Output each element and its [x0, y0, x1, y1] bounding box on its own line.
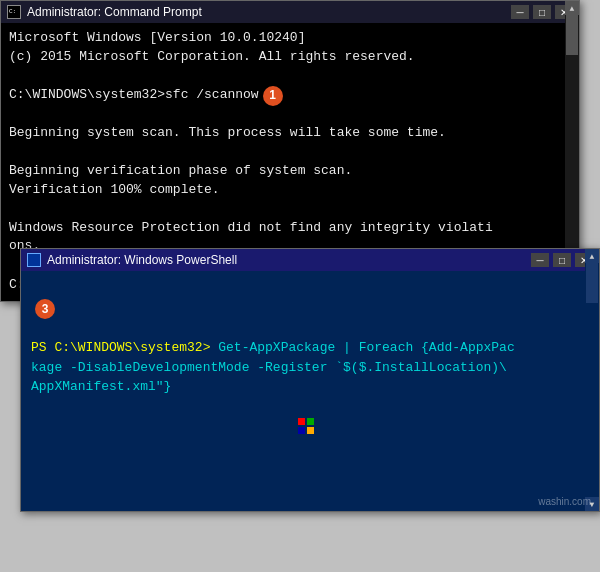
cmd-line-6: Beginning system scan. This process will… — [9, 124, 561, 143]
ps-command-line3: AppXManifest.xml"} — [31, 377, 581, 397]
windows-icon — [298, 418, 314, 434]
cmd-line-4: C:\WINDOWS\system32>sfc /scannow — [9, 86, 259, 105]
ps-scroll-thumb[interactable] — [586, 263, 598, 303]
step3-badge: 3 — [35, 299, 55, 319]
ps-maximize-button[interactable]: □ — [553, 253, 571, 267]
watermark: washin.com — [538, 496, 591, 507]
ps-window-controls: ─ □ ✕ — [531, 253, 593, 267]
cmd-line-1: Microsoft Windows [Version 10.0.10240] — [9, 29, 561, 48]
cmd-title: Administrator: Command Prompt — [27, 5, 202, 19]
ps-blank-line3 — [31, 397, 581, 417]
ps-scrollbar[interactable]: ▲ ▼ — [585, 249, 599, 511]
ps-title: Administrator: Windows PowerShell — [47, 253, 237, 267]
cmd-line-8: Beginning verification phase of system s… — [9, 162, 561, 181]
cmd-line-3 — [9, 67, 561, 86]
ps-scroll-track — [585, 263, 599, 497]
ps-command-line1: Get-AppXPackage | Foreach {Add-AppxPac — [210, 340, 514, 355]
cmd-line-10 — [9, 200, 561, 219]
cmd-line-2: (c) 2015 Microsoft Corporation. All righ… — [9, 48, 561, 67]
ps-win-icon-line — [31, 416, 581, 436]
ps-titlebar-left: Administrator: Windows PowerShell — [27, 253, 237, 267]
ps-app-icon — [27, 253, 41, 267]
cmd-line-9: Verification 100% complete. — [9, 181, 561, 200]
ps-step3-line: 3 — [31, 299, 581, 319]
scroll-track — [565, 15, 579, 287]
ps-command-line2: kage -DisableDevelopmentMode -Register `… — [31, 358, 581, 378]
scroll-thumb[interactable] — [566, 15, 578, 55]
ps-prompt: PS C:\WINDOWS\system32> — [31, 340, 210, 355]
ps-command-block: PS C:\WINDOWS\system32> Get-AppXPackage … — [31, 338, 581, 358]
cmd-minimize-button[interactable]: ─ — [511, 5, 529, 19]
cmd-line-5 — [9, 106, 561, 125]
cmd-window-controls: ─ □ ✕ — [511, 5, 573, 19]
cmd-line-11: Windows Resource Protection did not find… — [9, 219, 561, 238]
cmd-sfc-line: C:\WINDOWS\system32>sfc /scannow 1 — [9, 86, 561, 106]
cmd-titlebar: Administrator: Command Prompt ─ □ ✕ — [1, 1, 579, 23]
ps-titlebar: Administrator: Windows PowerShell ─ □ ✕ — [21, 249, 599, 271]
ps-minimize-button[interactable]: ─ — [531, 253, 549, 267]
cmd-app-icon — [7, 5, 21, 19]
cmd-maximize-button[interactable]: □ — [533, 5, 551, 19]
ps-blank-line2 — [31, 319, 581, 339]
scroll-up-arrow[interactable]: ▲ — [565, 1, 579, 15]
ps-scroll-up-arrow[interactable]: ▲ — [585, 249, 599, 263]
ps-content: 3 PS C:\WINDOWS\system32> Get-AppXPackag… — [21, 271, 599, 511]
titlebar-left: Administrator: Command Prompt — [7, 5, 202, 19]
ps-window: Administrator: Windows PowerShell ─ □ ✕ … — [20, 248, 600, 512]
ps-blank-line — [31, 279, 581, 299]
cmd-line-7 — [9, 143, 561, 162]
step1-badge: 1 — [263, 86, 283, 106]
